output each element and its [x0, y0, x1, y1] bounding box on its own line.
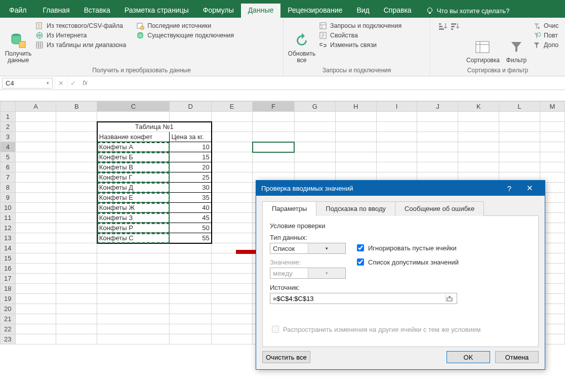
cell[interactable]: 15 — [170, 152, 212, 162]
cell[interactable] — [212, 152, 253, 162]
cell[interactable] — [15, 223, 56, 233]
cell[interactable] — [15, 334, 56, 344]
cell[interactable] — [499, 142, 540, 152]
cell[interactable] — [15, 162, 56, 172]
cell[interactable] — [15, 284, 56, 294]
cell[interactable] — [97, 253, 170, 264]
row-header[interactable]: 4 — [1, 142, 16, 152]
cell[interactable] — [212, 203, 253, 213]
row-header[interactable]: 23 — [1, 334, 16, 344]
cell[interactable] — [253, 152, 295, 162]
cell[interactable] — [15, 304, 56, 314]
cell[interactable] — [540, 122, 565, 132]
cell[interactable] — [56, 294, 97, 304]
col-header[interactable]: A — [15, 102, 56, 112]
cell[interactable] — [417, 112, 458, 122]
tab-help[interactable]: Справка — [377, 4, 419, 18]
cell[interactable] — [56, 152, 97, 162]
row-header[interactable]: 18 — [1, 284, 16, 294]
row-header[interactable]: 2 — [1, 122, 16, 132]
cell[interactable] — [170, 304, 212, 314]
cell[interactable] — [212, 122, 253, 132]
cell[interactable] — [56, 132, 97, 142]
cell[interactable] — [212, 193, 253, 203]
cell[interactable] — [170, 334, 212, 344]
cell[interactable] — [294, 152, 335, 162]
cell[interactable] — [212, 274, 253, 284]
cell[interactable] — [56, 162, 97, 172]
cell[interactable] — [540, 112, 565, 122]
cell[interactable] — [458, 152, 499, 162]
formula-input[interactable] — [91, 78, 565, 89]
cell[interactable] — [376, 132, 417, 142]
cell[interactable] — [97, 112, 170, 122]
cell[interactable] — [15, 142, 56, 152]
cell[interactable] — [499, 112, 540, 122]
dialog-tab-error[interactable]: Сообщение об ошибке — [395, 201, 484, 216]
tab-review[interactable]: Рецензирование — [280, 4, 349, 18]
cell[interactable] — [212, 172, 253, 183]
chevron-down-icon[interactable]: ▾ — [47, 80, 49, 85]
row-header[interactable]: 19 — [1, 294, 16, 304]
ignore-blank-checkbox[interactable]: Игнорировать пустые ячейки — [355, 243, 459, 253]
col-header[interactable]: D — [170, 102, 212, 112]
properties-button[interactable]: Свойства — [319, 31, 401, 39]
cell[interactable] — [97, 304, 170, 314]
cancel-formula-button[interactable]: ✕ — [55, 78, 67, 89]
cell[interactable] — [97, 324, 170, 334]
cell[interactable] — [15, 112, 56, 122]
cell[interactable]: Цена за кг. — [170, 132, 212, 142]
cell[interactable] — [417, 142, 458, 152]
cell[interactable] — [335, 152, 376, 162]
row-header[interactable]: 14 — [1, 243, 16, 253]
cell[interactable] — [212, 223, 253, 233]
sort-button[interactable]: Сортировка — [464, 20, 502, 66]
row-header[interactable]: 11 — [1, 213, 16, 223]
cell[interactable] — [56, 334, 97, 344]
cell[interactable] — [540, 152, 565, 162]
source-input[interactable] — [270, 295, 446, 302]
ok-button[interactable]: OK — [447, 351, 490, 363]
filter-button[interactable]: Фильтр — [502, 20, 531, 66]
row-header[interactable]: 20 — [1, 304, 16, 314]
cell[interactable] — [458, 112, 499, 122]
cell[interactable]: Конфеты Д — [97, 183, 170, 193]
cell[interactable]: 30 — [170, 183, 212, 193]
row-header[interactable]: 7 — [1, 172, 16, 183]
cell[interactable] — [458, 132, 499, 142]
cell[interactable] — [56, 213, 97, 223]
col-header[interactable]: L — [499, 102, 540, 112]
dialog-titlebar[interactable]: Проверка вводимых значений ? ✕ — [256, 181, 545, 196]
cell[interactable] — [212, 142, 253, 152]
cell[interactable] — [15, 253, 56, 264]
cell[interactable] — [335, 112, 376, 122]
tab-file[interactable]: Файл — [0, 4, 35, 18]
cell[interactable] — [170, 314, 212, 324]
cell[interactable] — [335, 132, 376, 142]
tab-formulas[interactable]: Формулы — [196, 4, 241, 18]
clear-all-button[interactable]: Очистить все — [262, 351, 310, 363]
cell[interactable]: Конфеты В — [97, 162, 170, 172]
cell[interactable] — [97, 243, 170, 253]
cell[interactable] — [417, 152, 458, 162]
cell[interactable]: Конфеты А — [97, 142, 170, 152]
cell[interactable] — [56, 253, 97, 264]
cell[interactable] — [499, 162, 540, 172]
cell[interactable] — [376, 142, 417, 152]
edit-links-button[interactable]: Изменить связи — [319, 41, 401, 49]
cell[interactable] — [376, 122, 417, 132]
fx-label[interactable]: fx — [79, 79, 91, 86]
cell[interactable] — [170, 112, 212, 122]
col-header[interactable]: K — [458, 102, 499, 112]
tab-layout[interactable]: Разметка страницы — [117, 4, 196, 18]
col-header[interactable]: M — [540, 102, 565, 112]
cell[interactable]: 20 — [170, 162, 212, 172]
accept-formula-button[interactable]: ✓ — [67, 78, 79, 89]
cell[interactable]: Конфеты С — [97, 233, 170, 243]
cell[interactable] — [170, 274, 212, 284]
cell[interactable] — [170, 253, 212, 264]
from-csv-button[interactable]: Из текстового/CSV-файла — [35, 22, 126, 30]
recent-sources-button[interactable]: Последние источники — [136, 22, 234, 30]
cell[interactable] — [499, 152, 540, 162]
row-header[interactable]: 5 — [1, 152, 16, 162]
